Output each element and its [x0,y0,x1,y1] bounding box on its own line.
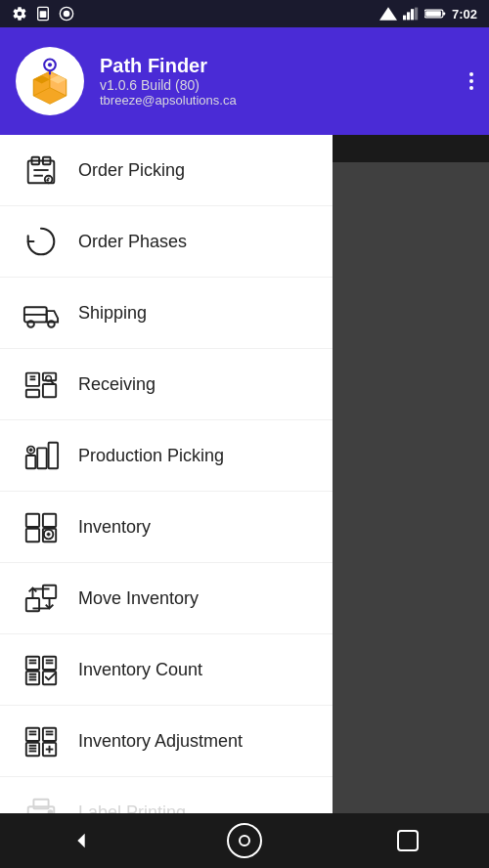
inventory-adjustment-label: Inventory Adjustment [78,731,243,752]
order-picking-label: Order Picking [78,160,185,181]
app-logo [16,47,84,115]
inventory-count-label: Inventory Count [78,660,202,680]
back-button[interactable] [62,821,101,860]
move-inventory-label: Move Inventory [78,588,199,609]
svg-rect-55 [43,586,56,598]
move-inventory-icon [20,577,63,620]
recents-button[interactable] [388,821,427,860]
order-picking-icon [20,149,63,192]
app-email: tbreeze@apsolutions.ca [100,93,237,108]
svg-rect-5 [403,16,406,21]
dot1 [469,72,473,76]
inventory-adjustment-icon [20,719,63,762]
inventory-icon [20,505,63,548]
home-circle [227,823,262,858]
recents-square [397,830,419,851]
app-header: Path Finder v1.0.6 Build (80) tbreeze@ap… [0,27,489,135]
order-phases-icon [20,220,63,263]
shipping-icon [20,291,63,334]
battery-icon [424,8,446,20]
dot3 [469,86,473,90]
signal-bars-icon [403,7,419,21]
home-button[interactable] [225,821,264,860]
svg-rect-42 [49,443,59,469]
svg-rect-11 [425,11,441,17]
status-time: 7:02 [452,7,477,22]
circle-icon [59,6,74,22]
menu-item-shipping[interactable]: Shipping [0,278,333,349]
svg-rect-46 [26,514,39,527]
app-name: Path Finder [100,55,237,77]
svg-line-26 [47,180,49,182]
svg-rect-47 [26,529,39,542]
inventory-label: Inventory [78,517,151,538]
svg-point-18 [48,63,52,66]
status-bar: 7:02 [0,0,489,27]
menu-item-order-phases[interactable]: Order Phases [0,206,333,278]
svg-rect-41 [37,448,47,468]
signal-icon [379,7,397,21]
shipping-label: Shipping [78,303,147,324]
sim-icon [35,6,51,22]
inventory-count-icon [20,648,63,691]
menu-item-receiving[interactable]: Receiving [0,349,333,420]
dot2 [469,79,473,83]
menu-item-move-inventory[interactable]: Move Inventory [0,563,333,634]
label-printing-label: Label Printing [78,803,186,814]
status-left-icons [12,6,74,22]
header-text: Path Finder v1.0.6 Build (80) tbreeze@ap… [100,55,237,108]
app-version: v1.0.6 Build (80) [100,77,237,93]
navigation-drawer: Order Picking Order Phases [0,135,333,813]
menu-item-production-picking[interactable]: Production Picking [0,420,333,492]
svg-point-3 [64,11,70,18]
receiving-label: Receiving [78,374,156,395]
svg-rect-7 [411,9,414,20]
menu-item-inventory-adjustment[interactable]: Inventory Adjustment [0,706,333,777]
label-printing-icon [20,791,63,813]
svg-rect-10 [443,12,445,15]
production-picking-label: Production Picking [78,446,224,466]
menu-item-inventory[interactable]: Inventory [0,492,333,563]
production-picking-icon [20,434,63,477]
settings-icon [12,6,27,22]
menu-item-order-picking[interactable]: Order Picking [0,135,333,206]
menu-item-inventory-count[interactable]: Inventory Count [0,634,333,706]
content-area: Order Picking Order Phases [0,135,333,813]
svg-rect-33 [26,390,39,398]
svg-marker-4 [379,7,397,21]
svg-rect-48 [43,514,56,527]
more-options-button[interactable] [469,72,473,90]
order-phases-label: Order Phases [78,232,187,252]
receiving-icon [20,363,63,406]
svg-rect-1 [40,11,47,18]
home-inner-circle [239,835,250,846]
svg-rect-8 [415,8,418,21]
svg-rect-6 [407,12,410,20]
logo-icon [25,57,74,106]
menu-item-label-printing: Label Printing [0,777,333,813]
svg-rect-34 [43,373,56,381]
drawer-overlay[interactable] [333,162,489,868]
svg-marker-87 [78,834,85,848]
svg-rect-40 [26,456,36,468]
bottom-nav [0,813,489,868]
svg-rect-35 [43,384,56,397]
status-right-icons: 7:02 [379,7,477,22]
